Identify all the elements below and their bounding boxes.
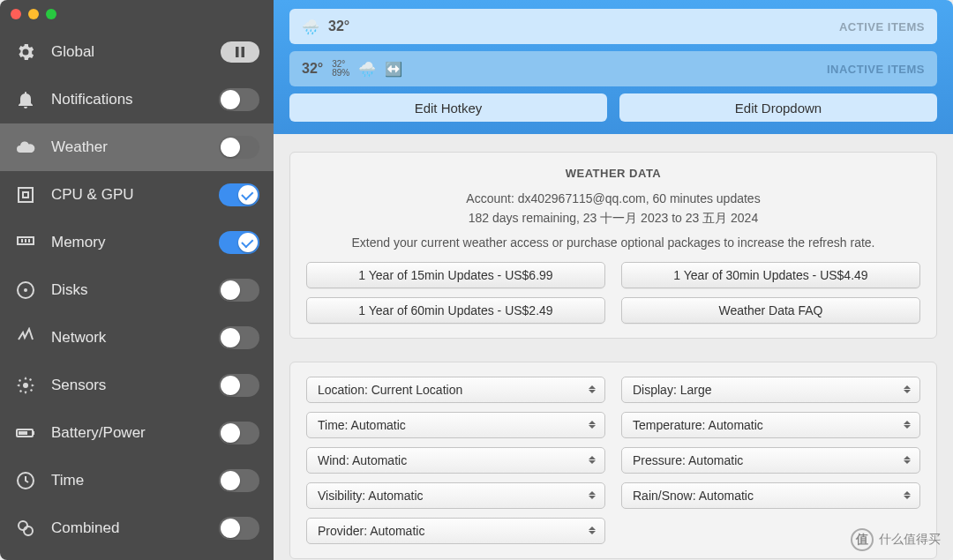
extend-description: Extend your current weather access or pu…: [306, 235, 920, 250]
sidebar-item-battery[interactable]: Battery/Power: [0, 409, 274, 457]
sidebar-item-label: Battery/Power: [51, 424, 203, 442]
inactive-items-bar[interactable]: 32° 32° 89% 🌧️ ↔️ INACTIVE ITEMS: [289, 51, 937, 86]
rain-icon: 🌧️: [358, 61, 376, 78]
select-value: Temperature: Automatic: [633, 418, 763, 432]
purchase-button-0[interactable]: 1 Year of 15min Updates - US$6.99: [306, 262, 605, 288]
select-value: Pressure: Automatic: [633, 453, 743, 467]
provider-select[interactable]: Provider: Automatic: [306, 518, 605, 544]
select-value: Visibility: Automatic: [318, 489, 424, 503]
sidebar-item-disks[interactable]: Disks: [0, 266, 274, 314]
sidebar-item-combined[interactable]: Combined: [0, 504, 274, 552]
sidebar-item-global[interactable]: Global: [0, 28, 274, 76]
menubar-preview-area: 🌧️ 32° ACTIVE ITEMS 32° 32° 89% 🌧️ ↔️ IN…: [274, 0, 953, 134]
sidebar-item-cpu-gpu[interactable]: CPU & GPU: [0, 171, 274, 219]
battery-toggle[interactable]: [219, 422, 259, 444]
pause-button[interactable]: [221, 41, 259, 63]
visibility-select[interactable]: Visibility: Automatic: [306, 482, 605, 509]
sidebar-item-time[interactable]: Time: [0, 457, 274, 504]
expand-icon: ↔️: [385, 61, 402, 78]
sidebar-item-label: Disks: [51, 281, 203, 299]
display-select[interactable]: Display: Large: [621, 377, 920, 403]
combined-icon: [14, 517, 37, 540]
chevron-updown-icon: [589, 489, 597, 502]
watermark: 值 什么值得买: [851, 528, 941, 551]
weather-icon: [14, 136, 37, 159]
purchase-button-3[interactable]: Weather Data FAQ: [621, 297, 920, 324]
weather-options-panel: Location: Current LocationDisplay: Large…: [289, 362, 937, 559]
temperature-select[interactable]: Temperature: Automatic: [621, 412, 920, 438]
select-value: Rain/Snow: Automatic: [633, 489, 754, 503]
edit-hotkey-button[interactable]: Edit Hotkey: [289, 93, 607, 122]
select-value: Display: Large: [633, 383, 712, 397]
sidebar-item-weather[interactable]: Weather: [0, 123, 274, 171]
maximize-icon[interactable]: [46, 9, 56, 19]
sidebar-item-label: CPU & GPU: [51, 186, 203, 204]
chevron-updown-icon: [589, 384, 597, 396]
svg-point-11: [24, 526, 33, 535]
inactive-items-label: INACTIVE ITEMS: [827, 63, 925, 76]
weather-data-title: WEATHER DATA: [306, 167, 920, 180]
location-select[interactable]: Location: Current Location: [306, 377, 605, 403]
sidebar-item-sensors[interactable]: Sensors: [0, 362, 274, 409]
network-toggle[interactable]: [219, 326, 259, 349]
memory-icon: [14, 231, 37, 254]
time-select[interactable]: Time: Automatic: [306, 412, 605, 438]
select-value: Time: Automatic: [318, 418, 406, 432]
sidebar-item-label: Memory: [51, 234, 203, 251]
purchase-button-2[interactable]: 1 Year of 60min Updates - US$2.49: [306, 297, 605, 324]
watermark-icon: 值: [851, 528, 874, 551]
sidebar-item-label: Notifications: [51, 91, 203, 108]
active-items-label: ACTIVE ITEMS: [839, 20, 925, 34]
wind-select[interactable]: Wind: Automatic: [306, 447, 605, 474]
purchase-button-1[interactable]: 1 Year of 30min Updates - US$4.49: [621, 262, 920, 288]
main-content: 🌧️ 32° ACTIVE ITEMS 32° 32° 89% 🌧️ ↔️ IN…: [274, 0, 953, 560]
memory-toggle[interactable]: [219, 231, 259, 254]
disks-icon: [14, 279, 37, 302]
combined-toggle[interactable]: [219, 517, 259, 540]
chevron-updown-icon: [589, 419, 597, 431]
global-icon: [14, 41, 37, 63]
sidebar-item-label: Time: [51, 472, 203, 489]
sidebar-item-label: Combined: [51, 519, 203, 537]
sidebar-item-memory[interactable]: Memory: [0, 219, 274, 266]
cpu-gpu-icon: [14, 183, 37, 206]
sidebar-item-label: Weather: [51, 138, 203, 156]
watermark-text: 什么值得买: [879, 532, 941, 548]
notifications-icon: [14, 88, 37, 111]
active-items-bar[interactable]: 🌧️ 32° ACTIVE ITEMS: [289, 9, 937, 44]
sidebar-item-label: Global: [51, 43, 203, 61]
time-toggle[interactable]: [219, 469, 259, 492]
minimize-icon[interactable]: [28, 9, 39, 19]
weather-toggle[interactable]: [219, 136, 259, 159]
sidebar-item-network[interactable]: Network: [0, 314, 274, 362]
weather-icon: 🌧️: [302, 19, 319, 35]
svg-rect-8: [19, 431, 27, 435]
svg-rect-1: [242, 47, 245, 57]
chevron-updown-icon: [904, 489, 912, 502]
select-value: Location: Current Location: [318, 383, 462, 397]
rainsnow-select[interactable]: Rain/Snow: Automatic: [621, 482, 920, 509]
sidebar: GlobalNotificationsWeatherCPU & GPUMemor…: [0, 0, 274, 560]
notifications-toggle[interactable]: [219, 88, 259, 111]
chevron-updown-icon: [589, 525, 597, 537]
inactive-temp: 32°: [302, 61, 323, 77]
settings-scroll[interactable]: WEATHER DATA Account: dx402967115@qq.com…: [274, 134, 953, 560]
sidebar-item-label: Sensors: [51, 377, 203, 394]
sensors-toggle[interactable]: [219, 374, 259, 397]
chevron-updown-icon: [589, 454, 597, 467]
svg-point-4: [24, 288, 27, 292]
svg-point-10: [19, 521, 27, 530]
sidebar-item-notifications[interactable]: Notifications: [0, 76, 274, 123]
weather-data-panel: WEATHER DATA Account: dx402967115@qq.com…: [289, 152, 937, 339]
select-value: Provider: Automatic: [318, 524, 424, 538]
sidebar-item-label: Network: [51, 329, 203, 347]
disks-toggle[interactable]: [219, 279, 259, 302]
pressure-select[interactable]: Pressure: Automatic: [621, 447, 920, 474]
chevron-updown-icon: [904, 454, 912, 467]
close-icon[interactable]: [11, 9, 21, 19]
window-controls: [11, 9, 56, 19]
account-line: Account: dx402967115@qq.com, 60 minutes …: [306, 189, 920, 208]
chevron-updown-icon: [904, 419, 912, 431]
edit-dropdown-button[interactable]: Edit Dropdown: [619, 93, 937, 122]
cpu-gpu-toggle[interactable]: [219, 183, 259, 206]
